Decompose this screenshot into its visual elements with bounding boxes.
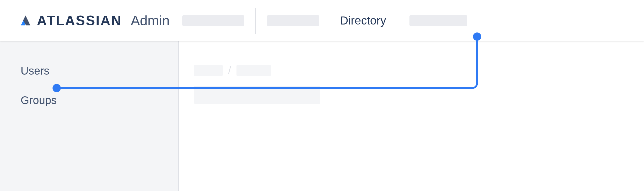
page-title-placeholder [194,86,320,104]
nav-divider [255,8,256,34]
nav-item-directory[interactable]: Directory [340,14,386,27]
breadcrumb-item-placeholder[interactable] [236,65,271,76]
atlassian-logo-icon [19,14,32,27]
header: ATLASSIAN Admin Directory [0,0,644,41]
logo-section: ATLASSIAN Admin [19,13,170,29]
breadcrumb-separator: / [228,65,231,76]
nav-item-placeholder[interactable] [409,15,467,26]
breadcrumb-item-placeholder[interactable] [194,65,223,76]
sidebar-item-groups[interactable]: Groups [21,94,158,107]
sidebar: Users Groups [0,41,179,191]
top-nav: Directory [182,8,467,34]
content-area: / [179,41,644,191]
sidebar-item-users[interactable]: Users [21,65,158,77]
main-area: Users Groups / [0,41,644,191]
nav-item-placeholder[interactable] [182,15,244,26]
product-label: Admin [131,13,170,29]
nav-item-placeholder[interactable] [267,15,319,26]
breadcrumb: / [194,65,629,76]
brand-name: ATLASSIAN [37,13,122,29]
